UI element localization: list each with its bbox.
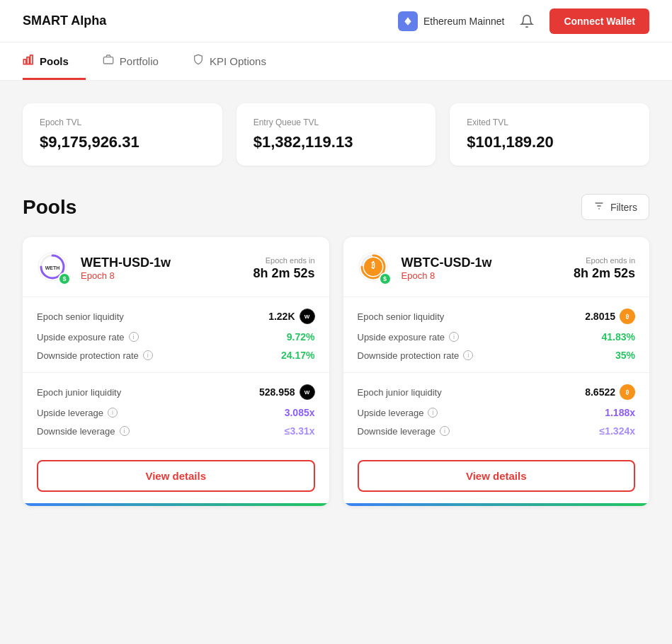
filters-label: Filters xyxy=(610,202,637,213)
main-nav: Pools Portfolio KPI Options xyxy=(0,42,672,81)
weth-junior-section: Epoch junior liquidity 528.958 W Upside … xyxy=(23,373,329,449)
wbtc-junior-liquidity-value: 8.6522 ₿ xyxy=(585,384,635,400)
weth-epoch-time: 8h 2m 52s xyxy=(253,266,314,280)
wbtc-downside-protection-label: Downside protection rate i xyxy=(358,350,474,361)
svg-text:₿: ₿ xyxy=(371,261,375,270)
weth-upside-leverage-row: Upside leverage i 3.085x xyxy=(37,407,315,418)
weth-epoch-ends-label: Epoch ends in xyxy=(253,256,314,265)
entry-queue-tvl-card: Entry Queue TVL $1,382,119.13 xyxy=(237,103,436,166)
wbtc-upside-exposure-value: 41.83% xyxy=(602,331,635,343)
weth-upside-exposure-value: 9.72% xyxy=(287,331,315,343)
weth-upside-exposure-label: Upside exposure rate i xyxy=(37,332,139,343)
wbtc-view-details-button[interactable]: View details xyxy=(358,460,636,492)
exited-tvl-card: Exited TVL $101,189.20 xyxy=(450,103,649,166)
connect-wallet-button[interactable]: Connect Wallet xyxy=(549,8,649,34)
filters-button[interactable]: Filters xyxy=(581,194,649,220)
weth-senior-liquidity-value: 1.22K W xyxy=(268,309,314,324)
weth-pool-icon: WETH $ xyxy=(37,251,71,285)
wbtc-pool-name: WBTC-USD-1w xyxy=(402,255,574,270)
wbtc-epoch-ends-label: Epoch ends in xyxy=(574,256,635,265)
weth-downside-protection-row: Downside protection rate i 24.17% xyxy=(37,350,315,361)
upside-leverage-info-icon[interactable]: i xyxy=(108,408,118,418)
weth-pool-name: WETH-USD-1w xyxy=(81,255,253,270)
wbtc-upside-exposure-label: Upside exposure rate i xyxy=(358,332,460,343)
wbtc-downside-leverage-info-icon[interactable]: i xyxy=(440,426,450,436)
wbtc-downside-leverage-value: ≤1.324x xyxy=(599,425,635,437)
network-label: Ethereum Mainnet xyxy=(423,16,504,27)
wbtc-junior-liquidity-label: Epoch junior liquidity xyxy=(358,387,442,398)
wbtc-downside-protection-value: 35% xyxy=(615,350,635,361)
nav-portfolio-label: Portfolio xyxy=(120,55,159,67)
nav-pools-label: Pools xyxy=(40,55,69,67)
wbtc-upside-leverage-row: Upside leverage i 1.188x xyxy=(358,407,636,418)
wbtc-pool-footer: View details xyxy=(343,449,650,503)
wbtc-pool-epoch: Epoch 8 xyxy=(402,270,574,281)
wbtc-downside-leverage-row: Downside leverage i ≤1.324x xyxy=(358,425,636,437)
wbtc-upside-leverage-value: 1.188x xyxy=(605,407,635,418)
weth-junior-liquidity-row: Epoch junior liquidity 528.958 W xyxy=(37,384,315,400)
exited-tvl-label: Exited TVL xyxy=(467,117,632,127)
wbtc-upside-exposure-info-icon[interactable]: i xyxy=(449,332,459,342)
main-content: Epoch TVL $9,175,926.31 Entry Queue TVL … xyxy=(0,81,672,534)
wbtc-senior-liquidity-row: Epoch senior liquidity 2.8015 ₿ xyxy=(358,309,636,324)
exited-tvl-value: $101,189.20 xyxy=(467,133,632,151)
bar-chart-icon xyxy=(23,54,34,68)
weth-senior-liquidity-row: Epoch senior liquidity 1.22K W xyxy=(37,309,315,324)
notification-bell-icon[interactable] xyxy=(516,10,538,33)
weth-senior-liquidity-label: Epoch senior liquidity xyxy=(37,311,124,322)
weth-downside-protection-label: Downside protection rate i xyxy=(37,350,153,361)
pool-wbtc-header: ₿ $ WBTC-USD-1w Epoch 8 Epoch ends in 8h… xyxy=(343,237,650,297)
wbtc-senior-section: Epoch senior liquidity 2.8015 ₿ Upside e… xyxy=(343,297,650,373)
weth-senior-section: Epoch senior liquidity 1.22K W Upside ex… xyxy=(23,297,329,373)
wbtc-junior-section: Epoch junior liquidity 8.6522 ₿ Upside l… xyxy=(343,373,650,449)
pool-card-weth: WETH $ WETH-USD-1w Epoch 8 Epoch ends in… xyxy=(23,237,329,506)
wbtc-downside-leverage-label: Downside leverage i xyxy=(358,426,450,437)
nav-kpi-label: KPI Options xyxy=(210,55,266,67)
wbtc-pool-info: WBTC-USD-1w Epoch 8 xyxy=(402,255,574,281)
weth-pool-epoch: Epoch 8 xyxy=(81,270,253,281)
weth-view-details-button[interactable]: View details xyxy=(37,460,315,492)
weth-upside-exposure-row: Upside exposure rate i 9.72% xyxy=(37,331,315,343)
pools-title: Pools xyxy=(23,196,76,219)
weth-token-badge-1: W xyxy=(300,309,315,324)
weth-token-badge-2: W xyxy=(300,384,315,400)
wbtc-upside-leverage-label: Upside leverage i xyxy=(358,408,438,418)
wbtc-senior-liquidity-value: 2.8015 ₿ xyxy=(585,309,635,324)
epoch-tvl-value: $9,175,926.31 xyxy=(40,133,205,151)
ethereum-icon xyxy=(398,11,418,31)
network-badge: Ethereum Mainnet xyxy=(398,11,504,31)
wbtc-upside-leverage-info-icon[interactable]: i xyxy=(428,408,438,418)
svg-rect-5 xyxy=(103,57,113,64)
nav-item-portfolio[interactable]: Portfolio xyxy=(86,42,176,80)
nav-item-pools[interactable]: Pools xyxy=(23,42,86,80)
weth-downside-leverage-row: Downside leverage i ≤3.31x xyxy=(37,425,315,437)
weth-epoch-countdown: Epoch ends in 8h 2m 52s xyxy=(253,256,314,281)
downside-protection-info-icon[interactable]: i xyxy=(143,350,153,360)
briefcase-icon xyxy=(103,54,114,68)
nav-item-kpi[interactable]: KPI Options xyxy=(176,42,283,80)
header: SMART Alpha Ethereum Mainnet Connect Wal… xyxy=(0,0,672,42)
header-right: Ethereum Mainnet Connect Wallet xyxy=(398,8,649,34)
weth-pool-footer: View details xyxy=(23,449,329,503)
weth-downside-protection-value: 24.17% xyxy=(281,350,314,361)
svg-rect-3 xyxy=(27,57,29,64)
weth-junior-liquidity-label: Epoch junior liquidity xyxy=(37,387,121,398)
weth-downside-leverage-value: ≤3.31x xyxy=(285,425,315,437)
entry-queue-tvl-value: $1,382,119.13 xyxy=(254,133,419,151)
svg-rect-2 xyxy=(23,59,25,64)
pools-header: Pools Filters xyxy=(23,194,649,220)
wbtc-token-badge-1: ₿ xyxy=(620,309,635,324)
pool-weth-header: WETH $ WETH-USD-1w Epoch 8 Epoch ends in… xyxy=(23,237,329,297)
wbtc-epoch-time: 8h 2m 52s xyxy=(574,266,635,280)
weth-bottom-bar xyxy=(23,503,329,506)
stats-row: Epoch TVL $9,175,926.31 Entry Queue TVL … xyxy=(23,103,649,166)
weth-upside-leverage-label: Upside leverage i xyxy=(37,408,118,418)
wbtc-epoch-countdown: Epoch ends in 8h 2m 52s xyxy=(574,256,635,281)
downside-leverage-info-icon[interactable]: i xyxy=(120,426,130,436)
upside-exposure-info-icon[interactable]: i xyxy=(129,332,139,342)
shield-icon xyxy=(193,54,204,68)
logo: SMART Alpha xyxy=(23,13,106,28)
weth-pool-info: WETH-USD-1w Epoch 8 xyxy=(81,255,253,281)
wbtc-downside-protection-info-icon[interactable]: i xyxy=(463,350,473,360)
svg-rect-4 xyxy=(30,55,33,64)
